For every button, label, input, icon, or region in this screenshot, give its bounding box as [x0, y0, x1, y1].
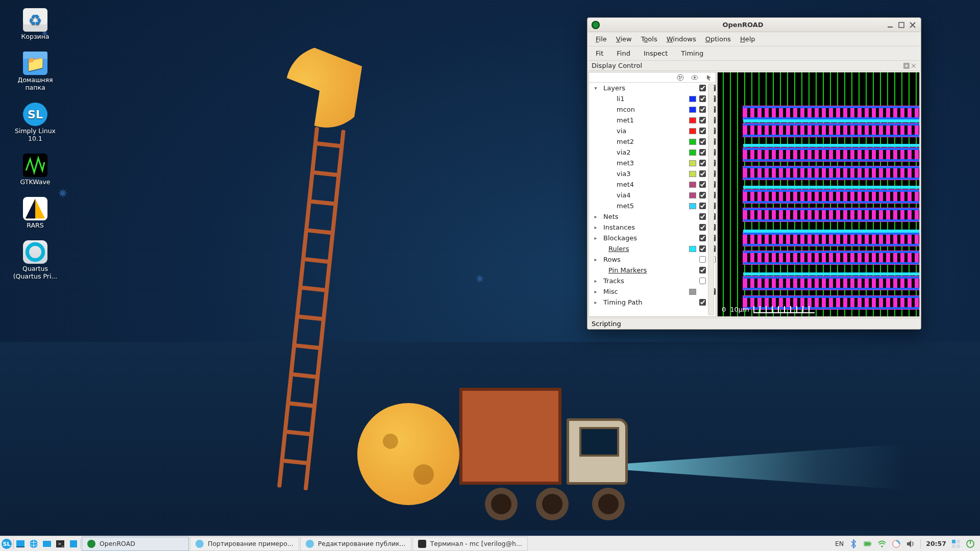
desktop-icon-quartus[interactable]: Quartus (Quartus Pri... [7, 238, 63, 282]
visibility-checkbox[interactable] [699, 117, 706, 123]
layer-color-swatch[interactable] [689, 160, 696, 166]
visibility-checkbox[interactable] [699, 181, 706, 188]
tree-expander-icon[interactable]: ▸ [593, 299, 598, 305]
bluetooth-tray-icon[interactable] [849, 539, 858, 548]
update-tray-icon[interactable] [892, 539, 901, 548]
visibility-checkbox[interactable] [699, 278, 706, 284]
visibility-checkbox[interactable] [699, 170, 706, 177]
tree-group-rows[interactable]: ▸ Rows [589, 254, 716, 265]
launcher-app[interactable] [67, 537, 80, 551]
tree-group-blockages[interactable]: ▸ Blockages [589, 233, 716, 243]
tree-layer-via[interactable]: via [589, 126, 716, 136]
tree-expander-icon[interactable]: ▾ [593, 85, 598, 91]
tree-layer-met3[interactable]: met3 [589, 158, 716, 168]
visibility-checkbox[interactable] [699, 256, 706, 263]
tree-expander-icon[interactable]: ▸ [593, 224, 598, 230]
layer-color-swatch[interactable] [689, 149, 696, 156]
tree-group-misc[interactable]: ▸ Misc [589, 286, 716, 297]
panel-close-icon[interactable] [911, 63, 917, 69]
visibility-checkbox[interactable] [699, 213, 706, 220]
tree-item-rulers[interactable]: Rulers [589, 243, 716, 254]
tree-group-nets[interactable]: ▸ Nets [589, 211, 716, 222]
tree-layer-mcon[interactable]: mcon [589, 104, 716, 115]
visibility-checkbox[interactable] [699, 299, 706, 306]
battery-tray-icon[interactable] [863, 539, 872, 548]
visibility-checkbox[interactable] [699, 138, 706, 145]
visibility-checkbox[interactable] [699, 128, 706, 134]
tree-group-tracks[interactable]: ▸ Tracks [589, 276, 716, 286]
launcher-files[interactable] [40, 537, 54, 551]
layer-color-swatch[interactable] [689, 96, 696, 102]
tree-layer-via2[interactable]: via2 [589, 147, 716, 158]
scripting-panel-header[interactable]: Scripting [587, 318, 921, 329]
layer-color-swatch[interactable] [689, 117, 696, 123]
visibility-checkbox[interactable] [699, 203, 706, 209]
launcher-browser[interactable] [27, 537, 40, 551]
window-minimize-button[interactable] [886, 21, 894, 29]
visibility-checkbox[interactable] [699, 192, 706, 198]
tool-timing[interactable]: Timing [677, 48, 707, 59]
visibility-checkbox[interactable] [699, 85, 706, 91]
tree-item-pin-markers[interactable]: Pin Markers [589, 265, 716, 276]
tree-layer-via4[interactable]: via4 [589, 190, 716, 201]
tree-expander-icon[interactable]: ▸ [593, 257, 598, 262]
tree-layer-met1[interactable]: met1 [589, 115, 716, 126]
tree-group-layers[interactable]: ▾ Layers [589, 83, 716, 93]
tree-layer-li1[interactable]: li1 [589, 93, 716, 104]
tree-group-timing-path[interactable]: ▸ Timing Path [589, 297, 716, 308]
launcher-terminal[interactable]: >_ [54, 537, 67, 551]
menu-file[interactable]: File [592, 34, 611, 44]
tree-expander-icon[interactable]: ▸ [593, 214, 598, 219]
panel-undock-icon[interactable] [903, 63, 910, 69]
layer-color-swatch[interactable] [689, 246, 696, 252]
window-titlebar[interactable]: OpenROAD [587, 18, 921, 32]
layer-color-swatch[interactable] [689, 192, 696, 198]
menu-tools[interactable]: Tools [637, 34, 662, 44]
visibility-checkbox[interactable] [699, 235, 706, 241]
tool-find[interactable]: Find [612, 48, 634, 59]
tree-layer-met4[interactable]: met4 [589, 179, 716, 190]
taskbar-button-browser-1[interactable]: Портирование примеро... [190, 537, 299, 551]
visibility-checkbox[interactable] [699, 160, 706, 166]
visibility-checkbox[interactable] [699, 224, 706, 231]
visibility-checkbox[interactable] [699, 267, 706, 273]
start-menu-button[interactable]: SL [0, 537, 13, 551]
visibility-checkbox[interactable] [699, 245, 706, 252]
visibility-checkbox[interactable] [699, 149, 706, 156]
tree-group-instances[interactable]: ▸ Instances [589, 222, 716, 233]
tree-layer-met2[interactable]: met2 [589, 136, 716, 147]
logout-tray-icon[interactable] [966, 539, 975, 548]
menu-options[interactable]: Options [701, 34, 735, 44]
layer-color-swatch[interactable] [689, 128, 696, 134]
menu-view[interactable]: View [612, 34, 636, 44]
layer-color-swatch[interactable] [689, 289, 696, 295]
visibility-checkbox[interactable] [699, 95, 706, 102]
wifi-tray-icon[interactable] [877, 539, 887, 548]
window-close-button[interactable] [909, 21, 917, 29]
desktop-icon-rars[interactable]: RARS [7, 195, 63, 231]
menu-help[interactable]: Help [736, 34, 760, 44]
sound-tray-icon[interactable] [906, 539, 915, 548]
desktop-icon-simply-linux[interactable]: SL Simply Linux 10.1 [7, 101, 63, 144]
taskbar-button-openroad[interactable]: OpenROAD [82, 537, 189, 551]
workspace-switcher-icon[interactable] [951, 539, 961, 548]
tree-expander-icon[interactable]: ▸ [593, 278, 598, 284]
tree-expander-icon[interactable]: ▸ [593, 289, 598, 294]
desktop-icon-home[interactable]: 📁 Домашняя папка [7, 49, 63, 93]
layer-color-swatch[interactable] [689, 171, 696, 177]
launcher-show-desktop[interactable] [14, 537, 27, 551]
tree-layer-via3[interactable]: via3 [589, 168, 716, 179]
tree-layer-met5[interactable]: met5 [589, 201, 716, 211]
desktop-icon-gtkwave[interactable]: GTKWave [7, 152, 63, 188]
tool-inspect[interactable]: Inspect [640, 48, 672, 59]
layer-color-swatch[interactable] [689, 182, 696, 188]
taskbar-clock[interactable]: 20:57 [926, 540, 946, 547]
taskbar-button-terminal[interactable]: Терминал - mc [verilog@h... [412, 537, 528, 551]
menu-windows[interactable]: Windows [663, 34, 700, 44]
taskbar-button-browser-2[interactable]: Редактирование публик... [300, 537, 411, 551]
layout-viewer[interactable]: 0 10µm [717, 72, 920, 317]
visibility-checkbox[interactable] [699, 106, 706, 113]
layer-color-swatch[interactable] [689, 139, 696, 145]
display-control-scrollbar[interactable] [708, 84, 714, 315]
tool-fit[interactable]: Fit [592, 48, 607, 59]
